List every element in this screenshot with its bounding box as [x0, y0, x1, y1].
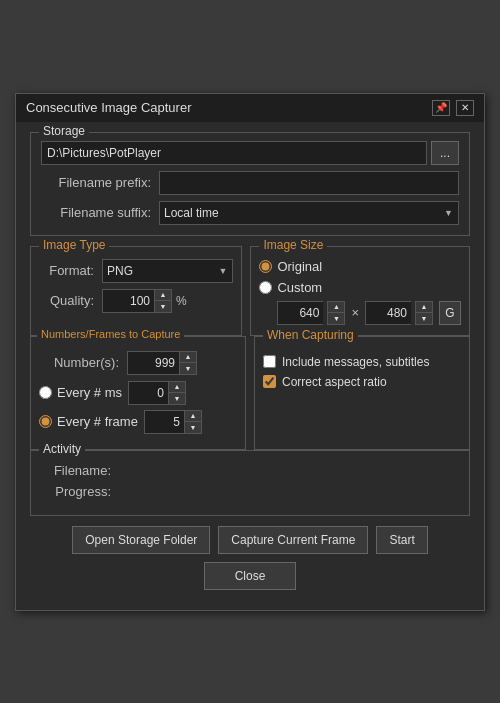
storage-section-title: Storage — [39, 124, 89, 138]
numbers-row: Number(s): ▲ ▼ — [39, 351, 237, 375]
every-ms-input[interactable] — [128, 381, 168, 405]
open-storage-button[interactable]: Open Storage Folder — [72, 526, 210, 554]
every-frame-row: Every # frame ▲ ▼ — [39, 410, 237, 434]
quality-spin-down[interactable]: ▼ — [155, 301, 171, 312]
width-input[interactable] — [277, 301, 323, 325]
numbers-spin-down[interactable]: ▼ — [180, 363, 196, 374]
activity-filename-row: Filename: — [41, 463, 459, 478]
format-row: Format: PNG — [39, 259, 233, 283]
dialog-title: Consecutive Image Capturer — [26, 100, 191, 115]
storage-path-row: ... — [41, 141, 459, 165]
quality-input[interactable] — [102, 289, 154, 313]
every-frame-radio[interactable] — [39, 415, 52, 428]
g-button[interactable]: G — [439, 301, 461, 325]
close-title-button[interactable]: ✕ — [456, 100, 474, 116]
correct-aspect-row: Correct aspect ratio — [263, 375, 461, 389]
title-bar: Consecutive Image Capturer 📌 ✕ — [16, 94, 484, 122]
correct-aspect-checkbox[interactable] — [263, 375, 276, 388]
dialog-body: Storage ... Filename prefix: Filename su… — [16, 122, 484, 610]
height-spin-down[interactable]: ▼ — [416, 313, 432, 324]
filename-suffix-row: Filename suffix: Local time — [41, 201, 459, 225]
activity-progress-row: Progress: — [41, 484, 459, 499]
format-select[interactable]: PNG — [102, 259, 233, 283]
every-frame-down[interactable]: ▼ — [185, 422, 201, 433]
start-button[interactable]: Start — [376, 526, 427, 554]
close-row: Close — [30, 562, 470, 600]
quality-spin: ▲ ▼ % — [102, 289, 187, 313]
dialog-window: Consecutive Image Capturer 📌 ✕ Storage .… — [15, 93, 485, 611]
image-size-section: Image Size Original Custom ▲ ▼ × — [250, 246, 470, 336]
height-input[interactable] — [365, 301, 411, 325]
size-dimensions-row: ▲ ▼ × ▲ ▼ G — [259, 301, 461, 325]
quality-label: Quality: — [39, 293, 94, 308]
correct-aspect-label: Correct aspect ratio — [282, 375, 387, 389]
image-type-title: Image Type — [39, 238, 109, 252]
format-label: Format: — [39, 263, 94, 278]
every-ms-radio[interactable] — [39, 386, 52, 399]
format-select-wrapper: PNG — [102, 259, 233, 283]
capture-frame-button[interactable]: Capture Current Frame — [218, 526, 368, 554]
numbers-label: Number(s): — [39, 355, 119, 370]
include-messages-label: Include messages, subtitles — [282, 355, 429, 369]
every-frame-label: Every # frame — [57, 414, 138, 429]
width-spin-up[interactable]: ▲ — [328, 302, 344, 313]
image-type-section: Image Type Format: PNG Quality: ▲ — [30, 246, 242, 336]
when-capturing-section: When Capturing Include messages, subtitl… — [254, 336, 470, 450]
image-section-row: Image Type Format: PNG Quality: ▲ — [30, 246, 470, 336]
include-messages-checkbox[interactable] — [263, 355, 276, 368]
storage-section: Storage ... Filename prefix: Filename su… — [30, 132, 470, 236]
every-frame-spin-buttons: ▲ ▼ — [184, 410, 202, 434]
every-ms-up[interactable]: ▲ — [169, 382, 185, 393]
custom-radio[interactable] — [259, 281, 272, 294]
numbers-spin-up[interactable]: ▲ — [180, 352, 196, 363]
custom-label: Custom — [277, 280, 322, 295]
filename-prefix-row: Filename prefix: — [41, 171, 459, 195]
width-spin-buttons: ▲ ▼ — [327, 301, 345, 325]
width-spin-down[interactable]: ▼ — [328, 313, 344, 324]
quality-spin-up[interactable]: ▲ — [155, 290, 171, 301]
filename-suffix-select[interactable]: Local time — [159, 201, 459, 225]
quality-spin-buttons: ▲ ▼ — [154, 289, 172, 313]
title-bar-buttons: 📌 ✕ — [432, 100, 474, 116]
original-radio[interactable] — [259, 260, 272, 273]
every-ms-down[interactable]: ▼ — [169, 393, 185, 404]
close-button[interactable]: Close — [204, 562, 297, 590]
quality-row: Quality: ▲ ▼ % — [39, 289, 233, 313]
every-ms-label: Every # ms — [57, 385, 122, 400]
activity-progress-label: Progress: — [41, 484, 111, 499]
custom-radio-row: Custom — [259, 280, 461, 295]
numbers-input[interactable] — [127, 351, 179, 375]
every-frame-input[interactable] — [144, 410, 184, 434]
every-frame-spin: ▲ ▼ — [144, 410, 202, 434]
when-capturing-title: When Capturing — [263, 328, 358, 342]
filename-suffix-label: Filename suffix: — [41, 205, 151, 220]
every-ms-spin-buttons: ▲ ▼ — [168, 381, 186, 405]
include-messages-row: Include messages, subtitles — [263, 355, 461, 369]
every-ms-row: Every # ms ▲ ▼ — [39, 381, 237, 405]
every-ms-spin: ▲ ▼ — [128, 381, 186, 405]
original-label: Original — [277, 259, 322, 274]
filename-prefix-input[interactable] — [159, 171, 459, 195]
numbers-frames-section: Numbers/Frames to Capture Number(s): ▲ ▼… — [30, 336, 246, 450]
every-frame-up[interactable]: ▲ — [185, 411, 201, 422]
quality-unit: % — [176, 294, 187, 308]
numbers-capturing-row: Numbers/Frames to Capture Number(s): ▲ ▼… — [30, 336, 470, 450]
image-size-title: Image Size — [259, 238, 327, 252]
numbers-spin-buttons: ▲ ▼ — [179, 351, 197, 375]
filename-suffix-select-wrapper: Local time — [159, 201, 459, 225]
browse-button[interactable]: ... — [431, 141, 459, 165]
x-separator: × — [351, 305, 359, 320]
numbers-spin: ▲ ▼ — [127, 351, 197, 375]
original-radio-row: Original — [259, 259, 461, 274]
activity-section: Activity Filename: Progress: — [30, 450, 470, 516]
storage-path-input[interactable] — [41, 141, 427, 165]
numbers-frames-title: Numbers/Frames to Capture — [37, 328, 184, 340]
height-spin-up[interactable]: ▲ — [416, 302, 432, 313]
activity-title: Activity — [39, 442, 85, 456]
action-buttons-row: Open Storage Folder Capture Current Fram… — [30, 526, 470, 554]
pin-button[interactable]: 📌 — [432, 100, 450, 116]
activity-filename-label: Filename: — [41, 463, 111, 478]
filename-prefix-label: Filename prefix: — [41, 175, 151, 190]
height-spin-buttons: ▲ ▼ — [415, 301, 433, 325]
